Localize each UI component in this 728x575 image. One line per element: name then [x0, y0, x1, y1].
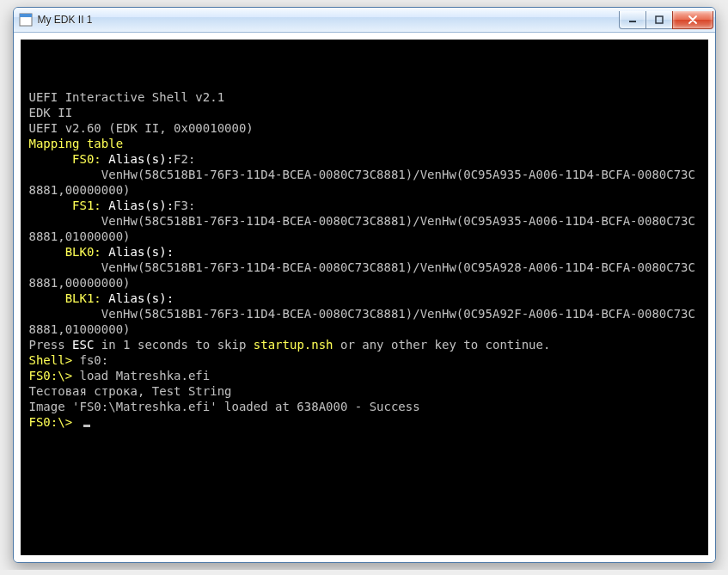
banner-line-3: UEFI v2.60 (EDK II, 0x00010000) [29, 121, 254, 135]
shell-cmd: fs0: [72, 353, 108, 367]
fs0-label: FS0: [72, 152, 101, 166]
fs0-path: VenHw(58C518B1-76F3-11D4-BCEA-0080C73C88… [29, 168, 695, 197]
fs0-prompt-line-1: FS0:\> load Matreshka.efi [29, 369, 211, 382]
minimize-button[interactable] [619, 11, 646, 29]
fs0-prompt-2: FS0:\> [29, 415, 73, 429]
banner-line-2: EDK II [29, 106, 73, 119]
mapping-table-header: Mapping table [29, 137, 124, 150]
fs0-prompt-1: FS0:\> [29, 369, 73, 382]
fs0-prompt-line-2: FS0:\> [29, 415, 90, 429]
press-b: in 1 seconds to skip [94, 338, 253, 352]
fs1-label: FS1: [72, 199, 101, 212]
press-c: or any other key to continue. [333, 338, 551, 352]
map-fs1-line: FS1: Alias(s):F3: [29, 199, 196, 212]
window-title: My EDK II 1 [38, 14, 620, 26]
app-icon [19, 13, 33, 27]
blk1-label: BLK1: [65, 291, 101, 305]
terminal[interactable]: UEFI Interactive Shell v2.1 EDK II UEFI … [21, 40, 708, 555]
shell-prompt-line: Shell> fs0: [29, 353, 109, 367]
blk0-path: VenHw(58C518B1-76F3-11D4-BCEA-0080C73C88… [29, 260, 695, 290]
fs0-alias-val: F2: [174, 152, 195, 166]
load-result-line: Image 'FS0:\Matreshka.efi' loaded at 638… [29, 400, 420, 413]
shell-prompt: Shell> [29, 353, 73, 367]
test-string-line: Тестовая строка, Test String [29, 384, 232, 398]
window-buttons [620, 11, 713, 29]
blk0-label: BLK0: [65, 245, 101, 259]
blk0-alias: Alias(s): [101, 245, 174, 259]
map-blk1-line: BLK1: Alias(s): [29, 291, 174, 305]
close-button[interactable] [672, 11, 713, 29]
fs1-alias-val: F3: [174, 199, 195, 212]
blk1-alias: Alias(s): [101, 291, 174, 305]
client-area: UEFI Interactive Shell v2.1 EDK II UEFI … [14, 33, 715, 562]
press-startup: startup.nsh [254, 338, 333, 352]
blk1-path: VenHw(58C518B1-76F3-11D4-BCEA-0080C73C88… [29, 307, 695, 336]
svg-rect-2 [629, 21, 636, 22]
svg-rect-3 [656, 16, 663, 23]
maximize-button[interactable] [645, 11, 673, 29]
press-esc-line: Press ESC in 1 seconds to skip startup.n… [29, 338, 551, 352]
fs0-cmd-1: load Matreshka.efi [72, 369, 210, 382]
map-blk0-line: BLK0: Alias(s): [29, 245, 174, 259]
press-esc: ESC [72, 338, 94, 352]
map-fs0-line: FS0: Alias(s):F2: [29, 152, 196, 166]
fs0-alias: Alias(s): [101, 152, 174, 166]
fs1-alias: Alias(s): [101, 199, 174, 212]
fs1-path: VenHw(58C518B1-76F3-11D4-BCEA-0080C73C88… [29, 214, 695, 243]
banner-line-1: UEFI Interactive Shell v2.1 [29, 90, 225, 104]
press-a: Press [29, 338, 73, 352]
titlebar[interactable]: My EDK II 1 [14, 8, 715, 33]
app-window: My EDK II 1 UEFI Interactive Shell v2.1 … [13, 7, 716, 563]
svg-rect-1 [20, 14, 32, 17]
cursor [83, 425, 90, 427]
